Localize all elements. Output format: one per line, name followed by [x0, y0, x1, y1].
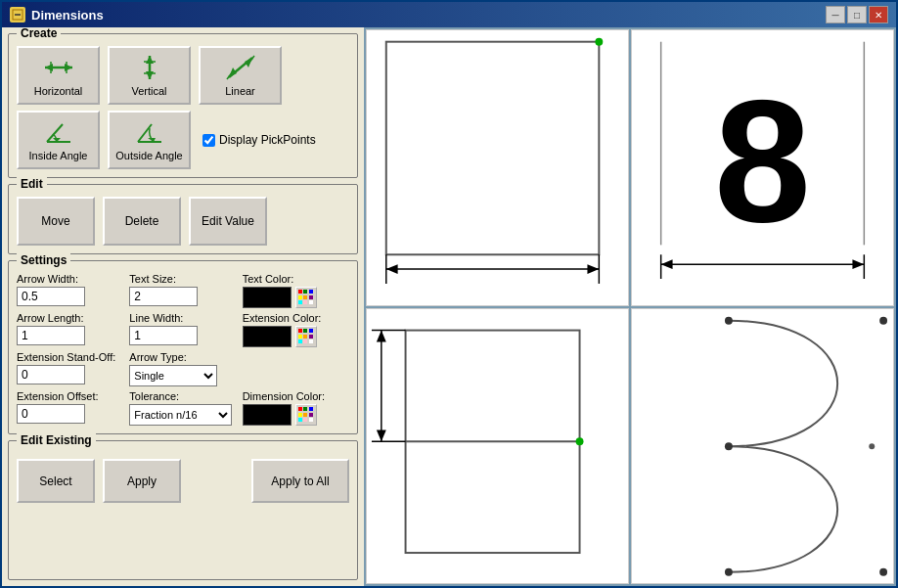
svg-point-47 — [725, 442, 733, 450]
delete-button[interactable]: Delete — [103, 197, 181, 246]
text-color-item: Text Color: — [243, 273, 349, 308]
horizontal-icon — [43, 54, 74, 81]
line-width-label: Line Width: — [129, 312, 236, 324]
text-size-label: Text Size: — [129, 273, 236, 285]
canvas-area: 8 — [364, 27, 896, 586]
window-controls: ─ □ ✕ — [826, 6, 888, 23]
svg-marker-35 — [852, 259, 864, 269]
vertical-icon — [134, 54, 165, 81]
arrow-width-item: Arrow Width: — [17, 273, 123, 308]
select-button[interactable]: Select — [17, 459, 95, 503]
display-pickpoints-label: Display PickPoints — [219, 133, 316, 147]
arrow-width-label: Arrow Width: — [17, 273, 123, 285]
create-group: Create Horizontal — [8, 33, 358, 178]
svg-marker-8 — [146, 56, 154, 64]
extension-standoff-item: Extension Stand-Off: — [17, 351, 123, 386]
extension-color-item: Extension Color: — [243, 312, 349, 347]
extension-color-picker-button[interactable] — [295, 326, 317, 347]
create-label: Create — [17, 27, 61, 40]
display-pickpoints-checkbox[interactable] — [202, 134, 215, 147]
edit-value-button[interactable]: Edit Value — [189, 197, 267, 246]
tolerance-label: Tolerance: — [129, 390, 236, 402]
line-width-item: Line Width: — [129, 312, 236, 347]
extension-offset-item: Extension Offset: — [17, 390, 123, 426]
text-size-item: Text Size: — [129, 273, 236, 308]
line-width-input[interactable] — [129, 326, 198, 345]
vertical-button[interactable]: Vertical — [108, 46, 191, 105]
linear-icon — [225, 54, 256, 81]
arrow-length-label: Arrow Length: — [17, 312, 123, 324]
tolerance-item: Tolerance: Fraction n/16 Decimal None — [129, 390, 236, 426]
text-size-input[interactable] — [129, 287, 198, 306]
move-button[interactable]: Move — [17, 197, 95, 246]
svg-point-50 — [879, 567, 887, 575]
window-title: Dimensions — [31, 8, 104, 23]
display-pickpoints-row: Display PickPoints — [202, 133, 316, 147]
svg-marker-28 — [386, 264, 398, 274]
minimize-button[interactable]: ─ — [826, 6, 845, 23]
svg-marker-29 — [587, 264, 599, 274]
tolerance-select[interactable]: Fraction n/16 Decimal None — [129, 404, 232, 426]
extension-offset-label: Extension Offset: — [17, 390, 123, 402]
extension-color-swatch — [243, 326, 292, 347]
edit-existing-label: Edit Existing — [17, 433, 96, 447]
arrow-type-label: Arrow Type: — [129, 351, 236, 363]
color-grid-icon — [298, 290, 314, 305]
svg-marker-42 — [377, 330, 386, 341]
arrow-length-input[interactable] — [17, 326, 85, 345]
top-right-svg: 8 — [632, 30, 893, 305]
outside-angle-button[interactable]: Outside Angle — [108, 111, 191, 169]
horizontal-button[interactable]: Horizontal — [17, 46, 100, 105]
dimension-color-picker-button[interactable] — [295, 404, 317, 426]
text-color-label: Text Color: — [243, 273, 349, 285]
app-icon — [10, 7, 25, 23]
dimension-color-label: Dimension Color: — [243, 390, 349, 402]
edit-group: Edit Move Delete Edit Value — [8, 184, 358, 254]
close-button[interactable]: ✕ — [869, 6, 888, 23]
top-left-svg — [367, 30, 628, 305]
dimension-color-swatch — [243, 404, 292, 426]
left-panel: Create Horizontal — [2, 27, 364, 586]
linear-button[interactable]: Linear — [199, 46, 282, 105]
svg-rect-23 — [386, 42, 600, 255]
inside-angle-icon — [43, 118, 74, 146]
extension-color-grid-icon — [298, 329, 314, 344]
dimension-color-grid-icon — [298, 407, 314, 423]
arrow-length-item: Arrow Length: — [17, 312, 123, 347]
svg-point-48 — [725, 567, 733, 575]
canvas-bottom-left — [366, 308, 629, 585]
title-bar: Dimensions ─ □ ✕ — [2, 2, 896, 27]
extension-color-label: Extension Color: — [243, 312, 349, 324]
text-color-swatch — [243, 287, 292, 308]
svg-marker-3 — [45, 64, 53, 71]
apply-button[interactable]: Apply — [103, 459, 181, 503]
edit-existing-group: Edit Existing Select Apply Apply to All — [8, 440, 358, 580]
inside-angle-button[interactable]: Inside Angle — [17, 111, 100, 169]
text-color-picker-button[interactable] — [295, 287, 317, 308]
arrow-type-item: Arrow Type: Single Double Filled Open — [129, 351, 236, 386]
extension-offset-input[interactable] — [17, 404, 85, 424]
bottom-right-svg — [632, 309, 893, 584]
svg-marker-4 — [65, 64, 72, 71]
svg-marker-9 — [146, 71, 154, 79]
svg-text:8: 8 — [714, 64, 811, 258]
dimension-color-item: Dimension Color: — [243, 390, 349, 426]
settings-label: Settings — [17, 253, 70, 267]
extension-standoff-input[interactable] — [17, 365, 85, 384]
svg-marker-34 — [661, 259, 673, 269]
extension-standoff-label: Extension Stand-Off: — [17, 351, 123, 363]
apply-to-all-button[interactable]: Apply to All — [251, 459, 349, 503]
canvas-top-right: 8 — [631, 29, 894, 306]
outside-angle-icon — [134, 118, 165, 146]
canvas-bottom-right — [631, 308, 894, 585]
settings-group: Settings Arrow Width: Text Size: Text Co… — [8, 260, 358, 434]
arrow-width-input[interactable] — [17, 287, 85, 306]
svg-point-51 — [869, 443, 875, 449]
arrow-type-select[interactable]: Single Double Filled Open — [129, 365, 217, 386]
svg-point-24 — [595, 38, 603, 46]
edit-label: Edit — [17, 177, 47, 191]
maximize-button[interactable]: □ — [847, 6, 867, 23]
svg-point-40 — [576, 437, 584, 445]
svg-marker-43 — [377, 430, 386, 441]
canvas-top-left — [366, 29, 629, 306]
